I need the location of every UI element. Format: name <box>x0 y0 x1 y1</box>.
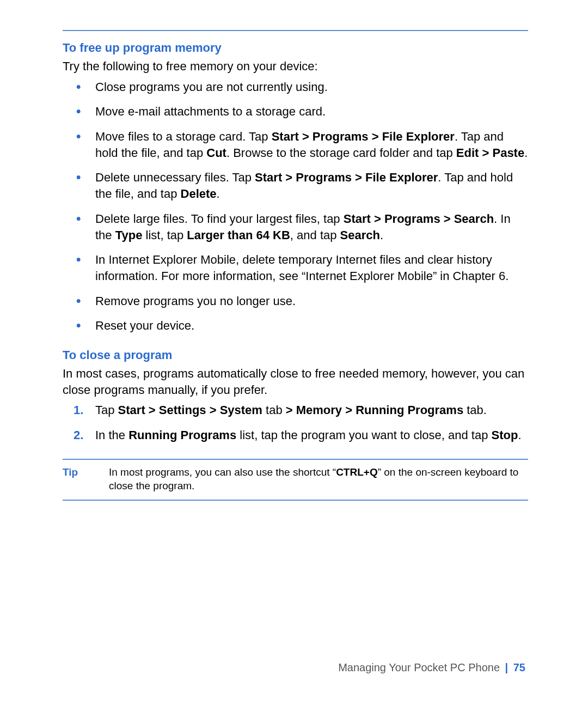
bold: Larger than 64 KB <box>187 228 290 242</box>
text: tab. <box>463 403 487 417</box>
footer-separator: | <box>503 661 511 673</box>
text: , and tap <box>290 228 340 242</box>
bullet-list-memory: Close programs you are not currently usi… <box>63 79 528 334</box>
page-footer: Managing Your Pocket PC Phone | 75 <box>338 661 525 674</box>
bullet-item: Close programs you are not currently usi… <box>95 79 528 95</box>
text: list, tap <box>142 228 187 242</box>
footer-page-number: 75 <box>513 661 525 673</box>
bold: Type <box>115 228 143 242</box>
text: In most programs, you can also use the s… <box>109 466 336 478</box>
document-page: To free up program memory Try the follow… <box>0 0 588 723</box>
tip-block: Tip In most programs, you can also use t… <box>63 459 528 501</box>
heading-free-memory: To free up program memory <box>63 41 528 55</box>
text: list, tap the program you want to close,… <box>236 428 491 442</box>
bold: Start > Programs > File Explorer <box>255 171 438 184</box>
bullet-item: Delete unnecessary files. Tap Start > Pr… <box>95 169 528 202</box>
bold: Edit > Paste <box>456 146 524 160</box>
bullet-item: Delete large files. To find your largest… <box>95 211 528 243</box>
text: Remove programs you no longer use. <box>95 294 296 308</box>
bullet-item: Remove programs you no longer use. <box>95 293 528 309</box>
ordered-steps: Tap Start > Settings > System tab > Memo… <box>63 402 528 443</box>
text: Reset your device. <box>95 319 194 332</box>
text: Delete large files. To find your largest… <box>95 212 344 226</box>
text: Tap <box>95 403 118 417</box>
bold: Start > Programs > File Explorer <box>272 130 455 143</box>
text: Move files to a storage card. Tap <box>95 130 272 143</box>
text: . <box>217 187 220 201</box>
step-item: Tap Start > Settings > System tab > Memo… <box>95 402 528 418</box>
bold: Delete <box>181 187 217 201</box>
text: . <box>518 428 521 442</box>
heading-close-program: To close a program <box>63 348 528 362</box>
bold: Running Programs <box>128 428 236 442</box>
bold: Stop <box>492 428 518 442</box>
bullet-item: Move e-mail attachments to a storage car… <box>95 104 528 120</box>
text: In Internet Explorer Mobile, delete temp… <box>95 253 509 283</box>
top-rule <box>63 30 528 31</box>
text: Move e-mail attachments to a storage car… <box>95 105 326 118</box>
bullet-item: Reset your device. <box>95 318 528 334</box>
intro-close-program: In most cases, programs automatically cl… <box>63 366 528 398</box>
bullet-item: In Internet Explorer Mobile, delete temp… <box>95 252 528 284</box>
bold: Cut <box>206 146 226 160</box>
step-item: In the Running Programs list, tap the pr… <box>95 427 528 443</box>
text: Close programs you are not currently usi… <box>95 80 328 94</box>
tip-content: In most programs, you can also use the s… <box>109 465 528 493</box>
bold: > Memory > Running Programs <box>286 403 463 417</box>
bold: CTRL+Q <box>336 466 378 478</box>
bullet-item: Move files to a storage card. Tap Start … <box>95 129 528 161</box>
text: . <box>524 146 528 160</box>
text: . <box>380 228 383 242</box>
tip-label: Tip <box>63 465 109 479</box>
footer-chapter: Managing Your Pocket PC Phone <box>338 661 500 673</box>
bold: Start > Settings > System <box>118 403 262 417</box>
bold: Start > Programs > Search <box>344 212 494 226</box>
text: In the <box>95 428 128 442</box>
text: tab <box>262 403 286 417</box>
intro-free-memory: Try the following to free memory on your… <box>63 58 528 75</box>
text: . Browse to the storage card folder and … <box>226 146 456 160</box>
bold: Search <box>340 228 380 242</box>
text: Delete unnecessary files. Tap <box>95 171 255 184</box>
